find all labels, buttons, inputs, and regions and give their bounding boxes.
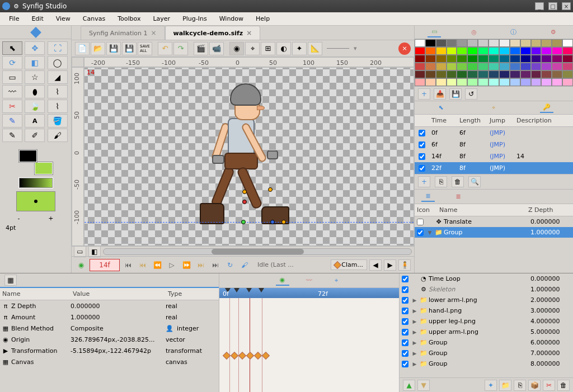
palette-swatch[interactable] — [552, 55, 562, 63]
layer-row[interactable]: ▶ 📁 Group 7.000000 — [400, 348, 573, 358]
palette-swatch[interactable] — [478, 63, 489, 70]
curves-tab[interactable]: 〰 — [303, 276, 316, 286]
handle-origin[interactable] — [241, 220, 246, 224]
palette-swatch[interactable] — [467, 47, 478, 55]
show-guide-button[interactable]: ✦ — [292, 42, 307, 55]
jump-link[interactable]: (JMP) — [490, 153, 505, 160]
layer-row[interactable]: ▶ 📁 hand-l.png 3.000000 — [400, 305, 573, 316]
param-row[interactable]: ▦ Canvas canvas — [0, 356, 219, 367]
layer-name[interactable]: Group — [429, 339, 530, 346]
layer-name[interactable]: Time Loop — [429, 275, 530, 282]
expand-toggle[interactable]: ▶ — [411, 340, 419, 346]
rotate-tool[interactable]: ⟳ — [2, 56, 22, 69]
palette-swatch[interactable] — [489, 70, 499, 78]
palette-swatch[interactable] — [425, 70, 436, 78]
palette-swatch[interactable] — [531, 55, 542, 63]
expand-toggle[interactable]: ▶ — [411, 308, 419, 314]
default-palette-button[interactable]: ↺ — [465, 88, 477, 100]
palette-swatch[interactable] — [415, 78, 425, 86]
layer-visible-checkbox[interactable] — [402, 276, 408, 282]
layer-visible-checkbox[interactable] — [402, 361, 408, 367]
palette-swatch[interactable] — [499, 78, 510, 86]
waypoint-icon[interactable] — [238, 352, 246, 360]
seek-back-button[interactable]: ⏪ — [151, 259, 163, 271]
palette-swatch[interactable] — [415, 70, 425, 78]
palette-swatch[interactable] — [478, 78, 489, 86]
keyframe-dial-icon[interactable]: ◉ — [75, 259, 87, 271]
kf-props-button[interactable]: 🔍 — [468, 176, 481, 187]
palette-swatch[interactable] — [478, 70, 489, 78]
menu-toolbox[interactable]: Toolbox — [112, 13, 146, 24]
palette-swatch[interactable] — [415, 39, 425, 47]
menu-file[interactable]: File — [3, 13, 25, 24]
dup-layer-button[interactable]: ⎘ — [514, 380, 526, 391]
timetrack-tab[interactable]: ◉ — [276, 276, 289, 286]
horizontal-guide[interactable] — [84, 222, 414, 223]
handle-corner2[interactable] — [268, 187, 273, 192]
close-button[interactable]: × — [562, 2, 571, 10]
palette-swatch[interactable] — [415, 63, 425, 70]
spline-tool[interactable]: 〰 — [2, 85, 22, 98]
jump-link[interactable]: (JMP) — [490, 164, 505, 172]
region-tool[interactable]: ⬮ — [25, 85, 45, 98]
zoom-fit-button[interactable]: ◧ — [88, 246, 101, 257]
layer-visible-checkbox[interactable] — [402, 339, 408, 346]
add-color-button[interactable]: + — [418, 88, 430, 100]
layer-row[interactable]: ✥ Translate 0.000000 — [415, 216, 573, 227]
tab-synfig-animation-1[interactable]: Synfig Animation 1× — [81, 26, 165, 40]
param-row[interactable]: π Z Depth 0.000000 real — [0, 300, 219, 311]
palette-swatch[interactable] — [520, 70, 531, 78]
palette-swatch[interactable] — [562, 63, 573, 70]
palette-swatch[interactable] — [457, 63, 467, 70]
keyframe-active-checkbox[interactable] — [419, 130, 425, 136]
snap-grid-button[interactable]: ⌖ — [245, 42, 260, 55]
bounds-button[interactable]: 🖌 — [238, 259, 251, 271]
expand-toggle[interactable]: ▶ — [411, 329, 419, 335]
palette-swatch[interactable] — [425, 39, 436, 47]
current-frame-input[interactable] — [90, 259, 120, 271]
palette-swatch[interactable] — [562, 78, 573, 86]
color-swatches[interactable] — [19, 150, 53, 174]
save-as-button[interactable]: 💾 — [122, 42, 137, 55]
palette-swatch[interactable] — [425, 47, 436, 55]
palette-swatch[interactable] — [499, 55, 510, 63]
convert-icon[interactable]: 👤 — [166, 325, 173, 332]
palette-swatch[interactable] — [467, 78, 478, 86]
layer-visible-checkbox[interactable] — [402, 308, 408, 314]
waypoint-icon[interactable] — [254, 352, 262, 360]
palette-swatch[interactable] — [457, 70, 467, 78]
palette-swatch[interactable] — [531, 39, 542, 47]
circle-tool[interactable]: ◯ — [48, 56, 68, 69]
layer-visible-checkbox[interactable] — [402, 350, 408, 357]
brush-preview[interactable] — [16, 191, 55, 211]
info-tab[interactable]: ⓘ — [507, 27, 520, 37]
menu-edit[interactable]: Edit — [26, 13, 49, 24]
sketch-tool[interactable]: ✐ — [25, 129, 45, 142]
waypoint-icon[interactable] — [262, 352, 270, 360]
layers-tab[interactable]: ≣ — [421, 192, 435, 202]
layer-name[interactable]: lower arm-l.png — [429, 296, 530, 304]
keyframe-active-checkbox[interactable] — [419, 153, 425, 160]
keyframe-row[interactable]: 14f8f (JMP) 14 — [415, 150, 573, 162]
background-color[interactable] — [35, 162, 53, 174]
palette-swatch[interactable] — [562, 39, 573, 47]
layer-name[interactable]: upper arm-l.png — [429, 328, 530, 336]
palette-swatch[interactable] — [436, 78, 447, 86]
clamp-button[interactable]: Clam... — [331, 259, 367, 270]
palette-swatch[interactable] — [552, 39, 562, 47]
menu-canvas[interactable]: Canvas — [77, 13, 111, 24]
palette-swatch[interactable] — [415, 47, 425, 55]
param-value[interactable]: 0.000000 — [71, 303, 166, 310]
param-row[interactable]: ▦ Blend Method Composite 👤 integer — [0, 323, 219, 334]
tl-playhead[interactable] — [246, 288, 252, 292]
palette-swatch[interactable] — [552, 47, 562, 55]
palette-swatch[interactable] — [541, 78, 552, 86]
render-button[interactable]: 🎬 — [194, 42, 208, 55]
palette-swatch[interactable] — [425, 78, 436, 86]
layer-visible-checkbox[interactable] — [417, 229, 424, 236]
palette-swatch[interactable] — [415, 55, 425, 63]
lower-layer-button[interactable]: ▼ — [417, 380, 430, 391]
timeline-body[interactable] — [219, 298, 399, 392]
layer-name[interactable]: Translate — [444, 218, 530, 225]
seek-end-button[interactable]: ⏭ — [209, 259, 222, 271]
